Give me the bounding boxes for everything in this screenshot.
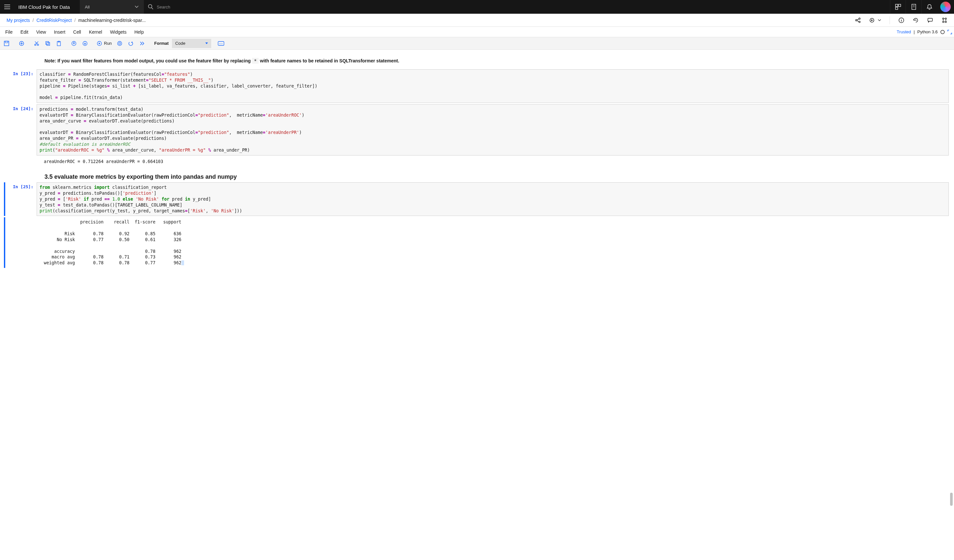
svg-rect-1: [895, 4, 898, 6]
code-cell[interactable]: In [24]: predictions = model.transform(t…: [5, 104, 949, 156]
menu-insert[interactable]: Insert: [51, 28, 69, 36]
svg-rect-3: [895, 7, 898, 9]
svg-point-12: [945, 18, 946, 19]
section-heading: 3.5 evaluate more metrics by exporting t…: [44, 174, 496, 180]
svg-rect-16: [4, 41, 9, 46]
scope-value: All: [85, 5, 90, 9]
svg-rect-17: [5, 41, 8, 43]
chevron-down-icon: [878, 19, 881, 22]
save-button[interactable]: [1, 39, 12, 48]
code-input[interactable]: predictions = model.transform(test_data)…: [37, 104, 949, 156]
interrupt-button[interactable]: [114, 39, 125, 48]
crumb-root[interactable]: My projects: [6, 18, 30, 23]
svg-point-14: [945, 21, 946, 23]
notebook-menu-bar: File Edit View Insert Cell Kernel Widget…: [0, 27, 954, 37]
insert-cell-button[interactable]: [16, 39, 27, 48]
menu-help[interactable]: Help: [131, 28, 147, 36]
cell-output: precision recall f1-score support Risk 0…: [37, 217, 949, 268]
note-text-suffix: with feature names to be retained in SQL…: [260, 58, 399, 64]
svg-rect-10: [928, 18, 932, 21]
cell-prompt: In [24]:: [5, 104, 37, 156]
crumb-current: machinelearning-creditrisk-spar...: [78, 18, 146, 23]
menu-edit[interactable]: Edit: [17, 28, 32, 36]
note-star: *: [252, 58, 259, 64]
global-search[interactable]: Search: [144, 4, 890, 10]
code-input[interactable]: from sklearn.metrics import classificati…: [37, 182, 949, 216]
kernel-idle-icon: [940, 30, 945, 34]
comment-icon: [927, 17, 933, 23]
product-title: IBM Cloud Pak for Data: [14, 4, 80, 10]
svg-point-28: [117, 41, 122, 45]
notebook-content[interactable]: Note: If you want filter features from m…: [0, 50, 954, 282]
play-icon: [97, 41, 102, 46]
search-placeholder: Search: [157, 5, 170, 9]
svg-rect-2: [898, 4, 901, 6]
cell-type-select[interactable]: Code: [172, 39, 211, 48]
share-icon: [855, 17, 861, 23]
comments-button[interactable]: [927, 17, 933, 23]
code-input[interactable]: classifier = RandomForestClassifier(feat…: [37, 69, 949, 103]
paste-button[interactable]: [54, 39, 64, 48]
data-icon[interactable]: [890, 0, 906, 14]
crumb-project[interactable]: CreditRiskProject: [36, 18, 72, 23]
run-label: Run: [104, 41, 112, 46]
jobs-button[interactable]: [869, 18, 881, 23]
divider: [890, 16, 890, 24]
menu-toggle[interactable]: [0, 5, 14, 9]
scope-dropdown[interactable]: All: [80, 0, 144, 14]
history-icon: [913, 17, 919, 23]
jobs-icon: [869, 18, 876, 23]
cell-prompt: In [25]:: [5, 182, 37, 216]
output-row: . areaUnderROC = 0.712264 areaUnderPR = …: [5, 157, 949, 166]
info-button[interactable]: [898, 17, 904, 23]
run-all-button[interactable]: [137, 39, 147, 48]
cut-button[interactable]: [31, 39, 42, 48]
svg-point-0: [148, 5, 152, 8]
menu-widgets[interactable]: Widgets: [107, 28, 130, 36]
note-text-prefix: Note: If you want filter features from m…: [44, 58, 252, 64]
search-icon: [148, 4, 154, 10]
svg-rect-29: [118, 42, 120, 44]
svg-rect-22: [47, 42, 50, 45]
share-button[interactable]: [855, 17, 861, 23]
menu-cell[interactable]: Cell: [70, 28, 84, 36]
run-button[interactable]: Run: [95, 41, 114, 46]
code-cell-selected[interactable]: In [25]: from sklearn.metrics import cla…: [4, 182, 949, 216]
trusted-label[interactable]: Trusted: [897, 30, 911, 34]
assets-button[interactable]: [942, 17, 948, 23]
info-icon: [898, 17, 904, 23]
page-actions: [855, 16, 948, 24]
svg-rect-21: [46, 42, 49, 44]
copy-button[interactable]: [42, 39, 53, 48]
history-button[interactable]: [913, 17, 919, 23]
svg-point-7: [859, 21, 860, 22]
chevron-down-icon: [135, 6, 139, 8]
move-up-button[interactable]: [69, 39, 79, 48]
crumb-sep: /: [75, 18, 76, 23]
format-label: Format: [152, 41, 171, 46]
move-down-button[interactable]: [80, 39, 90, 48]
breadcrumb: My projects / CreditRiskProject / machin…: [6, 18, 146, 23]
cell-output: areaUnderROC = 0.712264 areaUnderPR = 0.…: [37, 157, 949, 166]
catalog-icon[interactable]: [906, 0, 921, 14]
svg-point-20: [37, 44, 39, 45]
command-palette-button[interactable]: [216, 39, 226, 48]
crumb-sep: /: [33, 18, 34, 23]
markdown-note[interactable]: Note: If you want filter features from m…: [44, 57, 496, 67]
svg-point-6: [859, 18, 860, 19]
global-header: IBM Cloud Pak for Data All Search: [0, 0, 954, 14]
menu-view[interactable]: View: [33, 28, 49, 36]
scrollbar[interactable]: [949, 0, 953, 282]
menu-kernel[interactable]: Kernel: [86, 28, 105, 36]
svg-point-15: [941, 30, 945, 34]
markdown-heading[interactable]: 3.5 evaluate more metrics by exporting t…: [44, 174, 496, 180]
kernel-status: Trusted | Python 3.6: [897, 30, 952, 34]
cell-prompt: In [23]:: [5, 69, 37, 103]
notifications-icon[interactable]: [921, 0, 937, 14]
menu-file[interactable]: File: [2, 28, 16, 36]
code-cell[interactable]: In [23]: classifier = RandomForestClassi…: [5, 69, 949, 103]
restart-button[interactable]: [126, 39, 136, 48]
menus: File Edit View Insert Cell Kernel Widget…: [2, 28, 147, 36]
svg-point-11: [943, 18, 944, 19]
assets-icon: [942, 17, 948, 23]
